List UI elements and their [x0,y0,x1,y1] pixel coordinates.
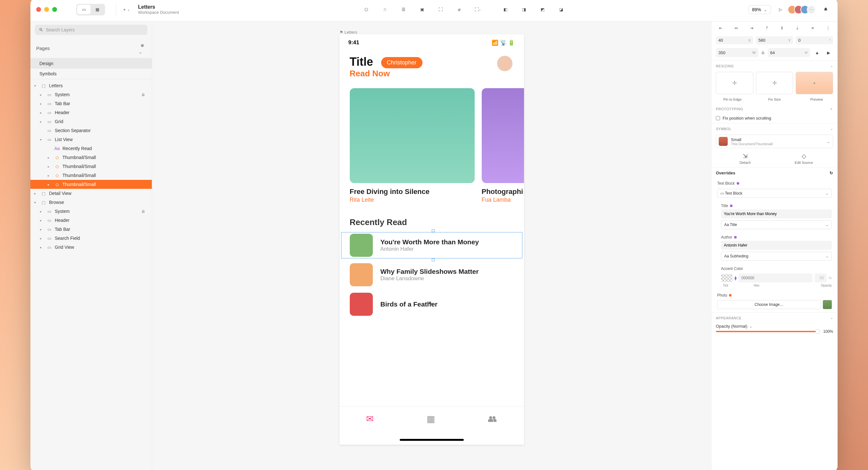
detach-button[interactable]: ⇲Detach [716,153,774,165]
edit-source-button[interactable]: ◇Edit Source [774,153,833,165]
layer-browse-gridview[interactable]: ▸Grid View [30,243,152,252]
document-title[interactable]: Letters Workspace Document [138,4,179,15]
symbol-selector[interactable]: Small This Document/Thumbnail/ ⌄ [716,135,833,148]
flip-h-button[interactable]: ▲ [813,48,822,57]
blend-mode-selector[interactable]: Opacity (Normal) [716,324,752,329]
artboard-icon [41,191,46,196]
layer-thumbnail-4-selected[interactable]: ▸◇Thumbnail/Small [30,180,152,189]
width-input[interactable]: 350W [716,48,758,57]
layer-browse-search[interactable]: ▸Search Field [30,234,152,243]
add-page-button[interactable]: ⊕ [138,41,146,49]
insert-button[interactable]: ＋⌄ [120,3,132,16]
align-right-button[interactable]: ⇥ [745,24,759,32]
play-button[interactable]: ▷ [774,3,787,16]
artboard-letters[interactable]: ▾Letters [30,81,152,90]
align-top-button[interactable]: ⇡ [760,24,774,32]
layer-detail-view[interactable]: ▸Detail View [30,189,152,198]
author-style-selector[interactable]: Aa Subheding⌄ [721,252,832,261]
color-variable-icon[interactable]: ⧫ [735,275,737,281]
scale-button[interactable]: ⛶⌄ [471,3,484,16]
layer-list-view[interactable]: ▾List View [30,135,152,144]
layer-thumbnail-1[interactable]: ▸◇Thumbnail/Small [30,153,152,162]
layer-search-input[interactable]: 🔍︎ Search Layers [35,25,147,35]
layer-section-separator[interactable]: Section Separator [30,126,152,135]
list-row-selected[interactable]: You're Worth More than Money Antonin Haf… [340,231,524,260]
crop-button[interactable]: ⛶ [434,3,447,16]
canvas[interactable]: ⚑Letters 9:41 📶 📡 🔋 Title Read Now Chris… [152,22,711,470]
window-zoom-button[interactable] [52,7,57,12]
page-symbols[interactable]: Symbols [30,68,152,79]
reset-overrides-button[interactable]: ↻ [830,171,833,175]
choose-image-button[interactable]: Choose Image… [717,300,821,309]
fix-scroll-checkbox[interactable]: Fix position when scrolling [711,113,838,123]
folder-icon [46,110,52,115]
distribute-h-button[interactable]: ≡ [806,24,820,32]
components-panel-toggle[interactable]: ▦ [91,5,104,14]
layers-panel-toggle[interactable]: ▭ [77,5,91,14]
layer-browse-tabbar[interactable]: ▸Tab Bar [30,225,152,234]
title-override-input[interactable] [721,209,832,218]
layer-browse-header[interactable]: ▸Header [30,216,152,225]
author-override-input[interactable] [721,241,832,250]
height-input[interactable]: 64H [768,48,810,57]
title-style-selector[interactable]: Aa Title⌄ [721,220,832,229]
align-button[interactable]: ⎍ [379,3,392,16]
align-vcenter-button[interactable]: ⇕ [775,24,789,32]
opacity-input[interactable] [814,273,827,283]
rotation-input[interactable]: 0° [796,36,833,44]
card-image [482,88,524,183]
textblock-selector[interactable]: ▭ Text Block⌄ [717,189,832,198]
align-bottom-button[interactable]: ⇣ [790,24,805,32]
textblock-label: Text Block [717,179,832,187]
fix-size-control[interactable]: ✛ [756,72,794,94]
align-left-button[interactable]: ⇤ [714,24,728,32]
artboard-browse[interactable]: ▾Browse [30,198,152,207]
layer-grid[interactable]: ▸Grid [30,117,152,126]
alignment-controls: ⇤ ⇔ ⇥ ⇡ ⇕ ⇣ ≡ ⋮ [711,22,838,34]
sidebar-toggle-segment[interactable]: ▭ ▦ [76,4,105,16]
layer-tabbar[interactable]: ▸Tab Bar [30,99,152,108]
tint-swatch[interactable] [721,274,733,282]
resizing-header[interactable]: RESIZING⌄ [711,61,838,70]
intersect-button[interactable]: ◩ [536,3,549,16]
flip-v-button[interactable]: ▶ [824,48,833,57]
lock-icon[interactable]: 🔒︎ [141,92,148,97]
distribute-v-button[interactable]: ⋮ [821,24,835,32]
difference-button[interactable]: ◪ [555,3,567,16]
union-button[interactable]: ◧ [499,3,512,16]
layer-header[interactable]: ▸Header [30,108,152,117]
layer-system[interactable]: ▸System🔒︎ [30,90,152,99]
symbol-header[interactable]: SYMBOL⌄ [711,123,838,133]
edit-button[interactable]: ⌀ [453,3,466,16]
lock-aspect-icon[interactable]: 🔒︎ [761,50,765,55]
layer-browse-system[interactable]: ▸System🔒︎ [30,207,152,216]
window-close-button[interactable] [36,7,41,12]
zoom-selector[interactable]: 89%⌄ [748,5,771,14]
window-minimize-button[interactable] [44,7,49,12]
x-input[interactable]: 40X [716,36,753,44]
layer-recently-read[interactable]: AaRecently Read [30,144,152,153]
pin-to-edge-control[interactable]: ✛ [716,72,753,94]
notifications-button[interactable]: 🔔︎ [819,3,832,16]
mask-button[interactable]: ▣ [416,3,429,16]
artboard-phone[interactable]: 9:41 📶 📡 🔋 Title Read Now Christopher Fr… [340,34,524,445]
tidy-button[interactable]: ☰ [397,3,410,16]
add-prototype-button[interactable]: ＋ [830,107,833,111]
collaborators[interactable]: ⋯ [790,5,816,14]
prototyping-header[interactable]: PROTOTYPING＋ [711,103,838,113]
layer-thumbnail-3[interactable]: ▸◇Thumbnail/Small [30,171,152,180]
artboard-label[interactable]: ⚑Letters [340,30,358,35]
create-symbol-button[interactable]: ⬡ [360,3,373,16]
lock-icon[interactable]: 🔒︎ [141,209,148,214]
appearance-header[interactable]: APPEARANCE⌄ [711,312,838,322]
opacity-slider[interactable]: 100% [711,329,838,338]
subtract-button[interactable]: ◨ [518,3,530,16]
list-row: Why Family Slideshows Matter Diane Lansd… [340,260,524,290]
pages-collapse-icon[interactable]: ⌄ [138,49,143,55]
layer-thumbnail-2[interactable]: ▸◇Thumbnail/Small [30,162,152,171]
y-input[interactable]: 580Y [756,36,794,44]
page-design[interactable]: Design [30,58,152,68]
align-hcenter-button[interactable]: ⇔ [729,24,743,32]
artboard-icon [41,200,46,205]
hex-input[interactable] [739,273,813,283]
